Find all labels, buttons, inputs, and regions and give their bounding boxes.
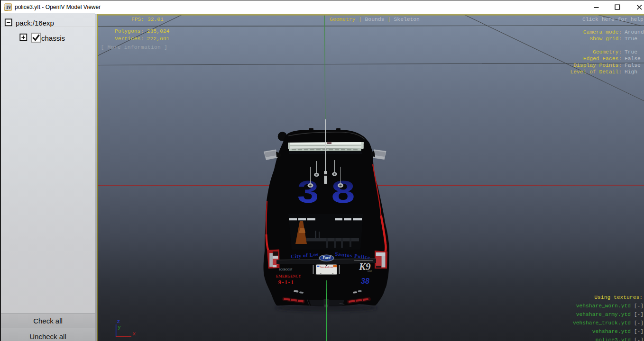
svg-text:Using textures:: Using textures:: [594, 295, 643, 300]
svg-text:[-]: [-]: [634, 320, 644, 326]
svg-text:San Andreas: San Andreas: [320, 266, 333, 269]
svg-text:8: 8: [331, 174, 355, 209]
svg-text:vehshare.ytd: vehshare.ytd: [592, 329, 631, 334]
svg-text:False: False: [625, 56, 641, 62]
svg-text:[-]: [-]: [634, 337, 644, 341]
svg-text:police3.ytd: police3.ytd: [595, 337, 631, 341]
svg-text:vehshare_worn.ytd: vehshare_worn.ytd: [576, 303, 631, 309]
svg-text:ECOBOOST: ECOBOOST: [279, 268, 292, 271]
svg-text:vehshare_army.ytd: vehshare_army.ytd: [576, 312, 631, 317]
svg-text:Level of Detail:: Level of Detail:: [570, 69, 622, 75]
svg-text:[-]: [-]: [634, 329, 644, 334]
svg-text:Edged Faces:: Edged Faces:: [583, 56, 622, 62]
svg-text:High: High: [625, 69, 637, 75]
svg-text:[-]: [-]: [634, 312, 644, 317]
svg-text:38: 38: [361, 277, 369, 285]
svg-text:IV: IV: [6, 5, 11, 10]
svg-text:3: 3: [297, 174, 319, 209]
svg-text:False: False: [625, 63, 641, 68]
svg-text:vehshare_truck.ytd: vehshare_truck.ytd: [573, 320, 631, 326]
svg-text:Ford: Ford: [322, 256, 331, 260]
svg-text:Geometry:: Geometry:: [593, 49, 622, 55]
svg-text:z: z: [117, 319, 120, 324]
svg-text:[-]: [-]: [634, 303, 644, 309]
svg-text:True: True: [625, 49, 637, 55]
svg-text:y: y: [118, 324, 121, 330]
svg-text:Display Points:: Display Points:: [573, 63, 622, 68]
svg-text:UNIT: UNIT: [368, 270, 372, 272]
svg-text:9-1-1: 9-1-1: [278, 278, 294, 286]
svg-text:x: x: [133, 331, 136, 337]
